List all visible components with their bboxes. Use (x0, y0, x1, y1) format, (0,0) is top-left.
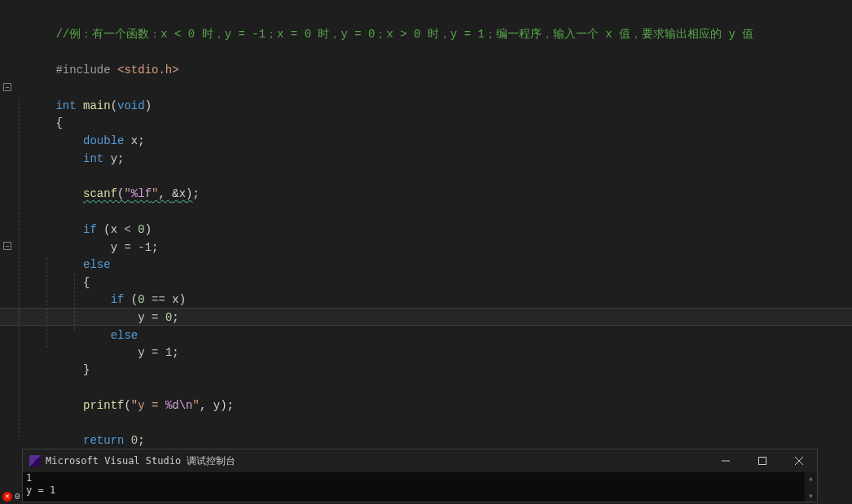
fold-icon[interactable] (3, 83, 11, 91)
scroll-down-icon[interactable]: ▼ (805, 490, 817, 502)
window-buttons (707, 449, 817, 472)
code-line: { (15, 96, 852, 114)
error-icon[interactable]: ✕ (2, 492, 12, 502)
code-line: int y; (15, 132, 852, 150)
code-line: if (0 == x) (15, 273, 852, 291)
console-app-icon (29, 455, 41, 467)
gutter (0, 0, 15, 452)
code-line: { (15, 256, 852, 274)
close-icon (795, 457, 803, 465)
code-line: } (15, 431, 852, 449)
console-titlebar[interactable]: Microsoft Visual Studio 调试控制台 (23, 449, 817, 472)
code-editor[interactable]: //例：有一个函数：x < 0 时，y = -1；x = 0 时，y = 0；x… (0, 0, 852, 452)
code-line: } (15, 343, 852, 361)
fold-icon[interactable] (3, 242, 11, 250)
code-line: scanf("%lf", &x); (15, 167, 852, 185)
console-line: 1 (26, 472, 814, 484)
code-line: double x; (15, 114, 852, 132)
console-output[interactable]: 1 y = 1 ▲ ▼ (23, 472, 817, 502)
debug-console-window[interactable]: Microsoft Visual Studio 调试控制台 1 y = 1 ▲ … (22, 449, 818, 502)
code-area[interactable]: //例：有一个函数：x < 0 时，y = -1；x = 0 时，y = 0；x… (15, 0, 852, 452)
code-line: printf("y = %d\n", y); (15, 379, 852, 397)
console-title: Microsoft Visual Studio 调试控制台 (46, 454, 235, 468)
minimize-icon (722, 457, 730, 465)
code-line: return 0; (15, 414, 852, 432)
maximize-button[interactable] (744, 449, 780, 472)
code-line: //例：有一个函数：x < 0 时，y = -1；x = 0 时，y = 0；x… (15, 7, 852, 25)
svg-rect-1 (758, 458, 766, 465)
minimize-button[interactable] (707, 449, 744, 472)
scroll-up-icon[interactable]: ▲ (805, 472, 817, 484)
code-line: y = 1; (15, 326, 852, 344)
error-count: 0 (15, 492, 20, 502)
code-line: y = 0; (15, 291, 852, 309)
code-line-current: else (0, 308, 852, 326)
code-line: int main(void) (15, 79, 852, 97)
code-line: if (x < 0) (15, 203, 852, 221)
status-bar: ✕ 0 (0, 489, 20, 504)
maximize-icon (758, 457, 766, 465)
code-line: y = -1; (15, 221, 852, 239)
console-scrollbar[interactable]: ▲ ▼ (805, 472, 817, 502)
console-line: y = 1 (26, 484, 814, 497)
close-button[interactable] (780, 449, 817, 472)
comment-text: //例：有一个函数：x < 0 时，y = -1；x = 0 时，y = 0；x… (55, 28, 753, 41)
code-line: else (15, 238, 852, 256)
code-line: #include <stdio.h> (15, 43, 852, 61)
